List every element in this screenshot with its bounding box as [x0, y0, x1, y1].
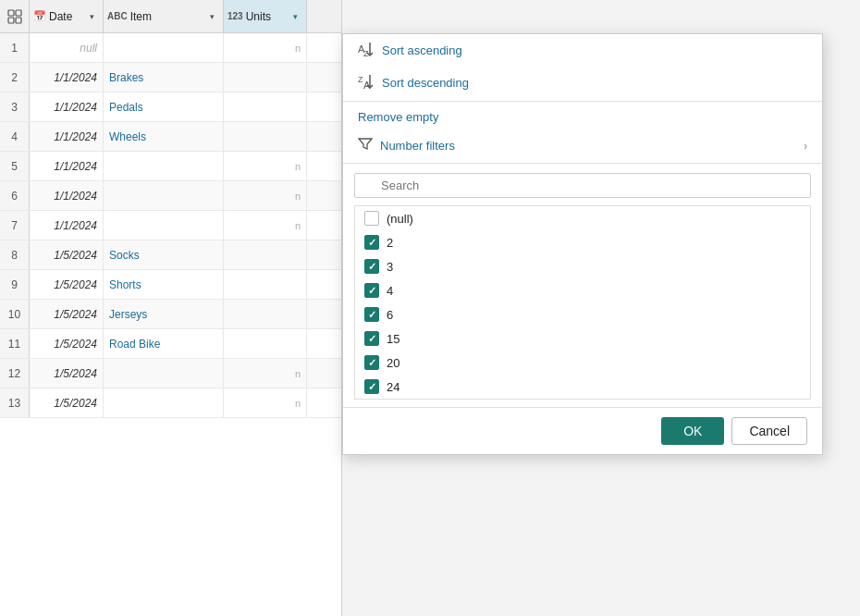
filter-item-6[interactable]: 6	[355, 302, 810, 326]
cell-units: n	[224, 33, 307, 62]
filter-item-null[interactable]: (null)	[355, 206, 810, 230]
cell-rownum: 11	[0, 329, 30, 358]
number-filters-chevron: ›	[804, 140, 807, 153]
cell-item: Wheels	[104, 122, 224, 151]
cell-rownum: 8	[0, 240, 30, 269]
filter-item-3[interactable]: 3	[355, 254, 810, 278]
table-row: 2 1/1/2024 Brakes	[0, 63, 341, 92]
dropdown-footer: OK Cancel	[343, 407, 822, 454]
sort-descending-label: Sort descending	[382, 76, 469, 90]
cell-rownum: 12	[0, 359, 30, 388]
checkbox-20[interactable]	[364, 355, 379, 370]
filter-checklist[interactable]: (null) 2 3 4 6 15 20	[354, 205, 811, 400]
table-row: 12 1/5/2024 n	[0, 359, 341, 388]
cell-units: n	[224, 152, 307, 180]
col-date-dropdown[interactable]: ▾	[84, 9, 99, 24]
table-row: 5 1/1/2024 n	[0, 152, 341, 181]
search-input[interactable]	[354, 173, 811, 198]
filter-value-15: 15	[387, 332, 399, 346]
search-wrap	[354, 173, 811, 198]
cell-rownum: 2	[0, 63, 30, 92]
col-header-item[interactable]: ABC Item ▾	[104, 0, 224, 32]
ok-button[interactable]: OK	[661, 417, 724, 445]
cell-units	[224, 122, 307, 151]
cell-date: 1/5/2024	[30, 240, 104, 269]
table-row: 11 1/5/2024 Road Bike	[0, 329, 341, 359]
cell-units	[224, 329, 307, 358]
filter-value-20: 20	[387, 356, 399, 370]
table-row: 1 null n	[0, 33, 341, 63]
cell-date: 1/1/2024	[30, 92, 104, 121]
cell-date: 1/1/2024	[30, 211, 104, 240]
cell-rownum: 5	[0, 152, 30, 180]
cell-item	[104, 211, 224, 240]
spreadsheet-table: 📅 Date ▾ ABC Item ▾ 123 Units ▾ 1 null n…	[0, 0, 342, 616]
checkbox-2[interactable]	[364, 235, 379, 250]
checkbox-4[interactable]	[364, 283, 379, 298]
cell-rownum: 6	[0, 181, 30, 210]
checkbox-6[interactable]	[364, 307, 379, 322]
filter-value-24: 24	[387, 380, 399, 394]
cell-units	[224, 240, 307, 269]
col-units-dropdown[interactable]: ▾	[288, 9, 302, 24]
cell-units	[224, 300, 307, 328]
table-row: 9 1/5/2024 Shorts	[0, 270, 341, 300]
table-row: 10 1/5/2024 Jerseys	[0, 300, 341, 329]
filter-item-2[interactable]: 2	[355, 230, 810, 254]
cell-date: 1/1/2024	[30, 152, 104, 180]
sort-ascending-label: Sort ascending	[382, 43, 462, 57]
filter-item-4[interactable]: 4	[355, 278, 810, 302]
checkbox-15[interactable]	[364, 331, 379, 346]
cell-rownum: 1	[0, 33, 30, 62]
table-row: 8 1/5/2024 Socks	[0, 240, 341, 270]
cell-date: 1/5/2024	[30, 329, 104, 358]
sort-ascending-icon: A Z	[358, 41, 375, 60]
filter-value-2: 2	[387, 236, 393, 250]
menu-separator-2	[343, 163, 822, 164]
cell-item: Brakes	[104, 63, 224, 92]
table-header: 📅 Date ▾ ABC Item ▾ 123 Units ▾	[0, 0, 341, 33]
checkbox-3[interactable]	[364, 259, 379, 274]
grid-icon-cell[interactable]	[0, 0, 30, 32]
number-filters-item[interactable]: Number filters ›	[343, 130, 822, 161]
col-date-label: Date	[49, 10, 82, 23]
cell-units: n	[224, 359, 307, 388]
sort-descending-item[interactable]: Z A Sort descending	[343, 67, 822, 99]
cell-date: 1/5/2024	[30, 359, 104, 388]
filter-item-24[interactable]: 24	[355, 375, 810, 399]
abc-icon-item: ABC	[107, 11, 128, 21]
cell-item	[104, 388, 224, 417]
checkbox-24[interactable]	[364, 379, 379, 394]
col-item-dropdown[interactable]: ▾	[204, 9, 219, 24]
table-row: 6 1/1/2024 n	[0, 181, 341, 211]
cancel-button[interactable]: Cancel	[731, 417, 807, 445]
cell-units	[224, 63, 307, 92]
cell-date: 1/1/2024	[30, 181, 104, 210]
cell-item: Shorts	[104, 270, 224, 299]
table-row: 4 1/1/2024 Wheels	[0, 122, 341, 152]
filter-item-15[interactable]: 15	[355, 326, 810, 351]
table-body: 1 null n 2 1/1/2024 Brakes 3 1/1/2024 Pe…	[0, 33, 341, 418]
cell-item: Pedals	[104, 92, 224, 121]
menu-separator-1	[343, 101, 822, 102]
checkbox-null[interactable]	[364, 211, 379, 226]
col-item-label: Item	[130, 10, 203, 23]
cell-rownum: 9	[0, 270, 30, 299]
table-row: 3 1/1/2024 Pedals	[0, 92, 341, 122]
sort-descending-icon: Z A	[358, 73, 375, 92]
filter-value-4: 4	[387, 284, 393, 298]
col-header-units[interactable]: 123 Units ▾	[224, 0, 307, 32]
cell-units: n	[224, 211, 307, 240]
sort-ascending-item[interactable]: A Z Sort ascending	[343, 34, 822, 67]
col-header-date[interactable]: 📅 Date ▾	[30, 0, 104, 32]
filter-item-20[interactable]: 20	[355, 351, 810, 375]
filter-value-3: 3	[387, 260, 393, 274]
cell-units: n	[224, 388, 307, 417]
cell-date: 1/5/2024	[30, 388, 104, 417]
table-row: 13 1/5/2024 n	[0, 388, 341, 418]
cell-date: null	[30, 33, 104, 62]
cell-units	[224, 270, 307, 299]
remove-empty-item[interactable]: Remove empty	[343, 104, 822, 130]
cell-rownum: 10	[0, 300, 30, 328]
number-filters-label: Number filters	[380, 139, 455, 153]
